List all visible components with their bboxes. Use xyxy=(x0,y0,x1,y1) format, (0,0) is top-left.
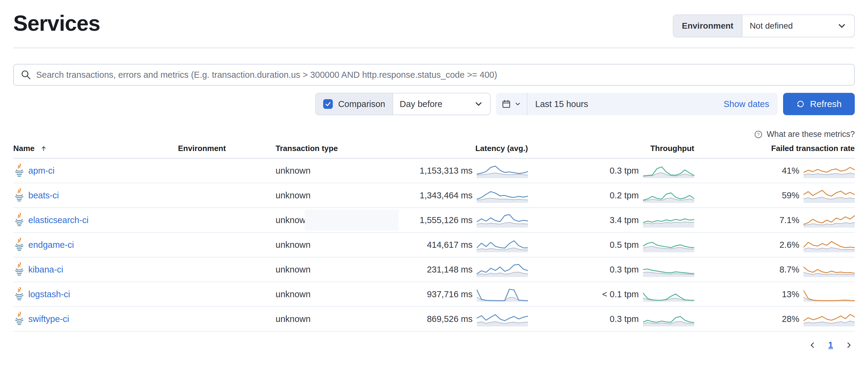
column-header-failed-rate[interactable]: Failed transaction rate xyxy=(694,144,855,153)
latency-value: 414,617 ms xyxy=(427,240,472,250)
latency-value: 1,153,313 ms xyxy=(420,166,472,176)
table-row: elasticsearch-ci unknown 1,555,126 ms 3.… xyxy=(13,208,855,233)
search-bar xyxy=(13,64,855,86)
chevron-down-icon xyxy=(474,99,484,109)
comparison-label: Comparison xyxy=(338,99,385,109)
environment-select[interactable]: Not defined xyxy=(742,15,854,37)
column-header-throughput[interactable]: Throughput xyxy=(528,144,694,153)
page-title: Services xyxy=(13,11,100,35)
latency-value: 1,343,464 ms xyxy=(420,191,472,200)
latency-sparkline xyxy=(477,262,528,277)
calendar-icon xyxy=(501,99,511,109)
failed-rate-value: 13% xyxy=(782,289,799,299)
header-divider xyxy=(13,48,855,48)
refresh-button[interactable]: Refresh xyxy=(783,93,855,115)
comparison-group: Comparison Day before xyxy=(315,93,491,115)
latency-value: 1,555,126 ms xyxy=(420,215,472,225)
search-icon xyxy=(21,69,31,80)
failed-rate-sparkline xyxy=(804,262,855,277)
failed-rate-value: 7.1% xyxy=(779,215,799,225)
apm-services-page: Services Environment Not defined xyxy=(0,0,868,375)
throughput-value: 3.4 tpm xyxy=(610,215,639,225)
column-header-name[interactable]: Name xyxy=(13,144,178,153)
refresh-label: Refresh xyxy=(810,99,841,109)
chevron-down-icon xyxy=(837,21,847,31)
transaction-type-cell: unknown xyxy=(276,314,355,324)
search-input[interactable] xyxy=(36,70,847,80)
java-icon xyxy=(13,311,25,326)
throughput-value: 0.2 tpm xyxy=(610,191,639,200)
latency-sparkline xyxy=(477,188,528,203)
previous-page-button[interactable] xyxy=(808,341,817,349)
throughput-sparkline xyxy=(643,212,694,228)
throughput-sparkline xyxy=(643,311,694,326)
service-link[interactable]: elasticsearch-ci xyxy=(28,215,89,225)
service-link[interactable]: swiftype-ci xyxy=(28,314,69,324)
time-range-value[interactable]: Last 15 hours xyxy=(527,99,588,109)
throughput-value: 0.5 tpm xyxy=(610,240,639,250)
service-link[interactable]: beats-ci xyxy=(28,191,59,200)
services-table: Name Environment Transaction type Latenc… xyxy=(13,144,855,331)
latency-value: 937,716 ms xyxy=(427,289,472,299)
latency-sparkline xyxy=(477,311,528,326)
question-circle-icon: ? xyxy=(754,130,763,139)
service-link[interactable]: apm-ci xyxy=(28,166,55,176)
table-row: logstash-ci unknown 937,716 ms < 0.1 tpm… xyxy=(13,282,855,307)
environment-filter[interactable]: Environment Not defined xyxy=(673,15,855,37)
transaction-type-cell: unknown xyxy=(276,166,355,176)
failed-rate-sparkline xyxy=(804,311,855,326)
next-page-button[interactable] xyxy=(844,341,853,349)
sort-ascending-icon xyxy=(40,145,47,152)
redacted-overlay xyxy=(305,209,399,231)
failed-rate-sparkline xyxy=(804,287,855,302)
java-icon xyxy=(13,188,25,203)
table-row: apm-ci unknown 1,153,313 ms 0.3 tpm 41% xyxy=(13,158,855,183)
throughput-value: 0.3 tpm xyxy=(610,314,639,324)
java-icon xyxy=(13,163,25,178)
failed-rate-value: 59% xyxy=(782,191,799,200)
comparison-checkbox-group[interactable]: Comparison xyxy=(315,93,393,115)
java-icon xyxy=(13,212,25,228)
column-header-transaction-type[interactable]: Transaction type xyxy=(276,144,355,153)
transaction-type-cell: unknown xyxy=(276,191,355,200)
environment-filter-label: Environment xyxy=(674,15,742,37)
service-link[interactable]: kibana-ci xyxy=(28,265,63,275)
column-header-latency[interactable]: Latency (avg.) xyxy=(355,144,528,153)
table-row: kibana-ci unknown 231,148 ms 0.3 tpm 8.7… xyxy=(13,257,855,282)
comparison-select-value: Day before xyxy=(400,99,442,109)
transaction-type-cell: unknown xyxy=(276,265,355,275)
throughput-value: < 0.1 tpm xyxy=(602,289,639,299)
refresh-icon xyxy=(796,99,805,109)
failed-rate-value: 41% xyxy=(782,166,799,176)
failed-rate-sparkline xyxy=(804,163,855,178)
failed-rate-value: 2.6% xyxy=(779,240,799,250)
transaction-type-cell: unknown xyxy=(276,289,355,299)
service-link[interactable]: logstash-ci xyxy=(28,289,70,299)
latency-sparkline xyxy=(477,212,528,228)
metrics-help-link[interactable]: ? What are these metrics? xyxy=(13,129,855,139)
page-number[interactable]: 1 xyxy=(828,340,833,350)
column-header-environment[interactable]: Environment xyxy=(178,144,276,153)
transaction-type-cell: unknown xyxy=(276,240,355,250)
failed-rate-sparkline xyxy=(804,237,855,252)
latency-sparkline xyxy=(477,163,528,178)
date-picker: Last 15 hours Show dates xyxy=(496,93,778,115)
chevron-down-icon xyxy=(514,100,521,108)
comparison-select[interactable]: Day before xyxy=(393,93,491,115)
failed-rate-value: 28% xyxy=(782,314,799,324)
table-row: endgame-ci unknown 414,617 ms 0.5 tpm 2.… xyxy=(13,233,855,257)
comparison-checkbox[interactable] xyxy=(323,99,333,109)
quick-select-button[interactable] xyxy=(496,93,527,115)
controls-row: Comparison Day before xyxy=(13,93,855,115)
table-row: swiftype-ci unknown 869,526 ms 0.3 tpm 2… xyxy=(13,307,855,331)
failed-rate-sparkline xyxy=(804,212,855,228)
throughput-value: 0.3 tpm xyxy=(610,265,639,275)
throughput-sparkline xyxy=(643,163,694,178)
metrics-help-label: What are these metrics? xyxy=(767,129,855,139)
show-dates-link[interactable]: Show dates xyxy=(723,99,778,109)
environment-select-value: Not defined xyxy=(750,21,793,31)
failed-rate-sparkline xyxy=(804,188,855,203)
top-bar: Services Environment Not defined xyxy=(13,0,855,37)
service-link[interactable]: endgame-ci xyxy=(28,240,74,250)
latency-sparkline xyxy=(477,237,528,252)
